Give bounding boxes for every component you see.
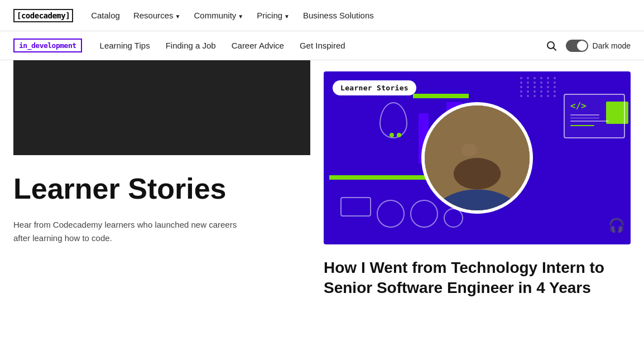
barcode-bar: [201, 60, 208, 155]
barcode-bar: [28, 60, 33, 155]
hero-card[interactable]: Learner Stories: [324, 71, 631, 244]
dot-1: [390, 133, 394, 137]
subnav-finding-job[interactable]: Finding a Job: [166, 41, 216, 50]
main-content: Learner Stories Hear from Codecademy lea…: [0, 60, 644, 310]
nav-business-solutions[interactable]: Business Solutions: [303, 11, 374, 20]
barcode-bar: [220, 60, 227, 155]
barcode-bar: [166, 60, 173, 155]
barcode-bar: [52, 60, 57, 155]
page-subtitle: Hear from Codecademy learners who launch…: [13, 218, 248, 245]
barcode-bar: [122, 60, 127, 155]
barcode-bar: [280, 60, 286, 155]
dot-2: [397, 133, 401, 137]
barcode-bar: [57, 60, 64, 155]
barcode-bar: [181, 60, 186, 155]
pricing-arrow: ▼: [284, 13, 290, 20]
barcode-bar: [259, 60, 266, 155]
barcode-bar: [17, 60, 23, 155]
sub-nav-right: Dark mode: [546, 40, 631, 52]
barcode-bar: [241, 60, 247, 155]
barcode-bar: [107, 60, 113, 155]
search-button[interactable]: [546, 40, 557, 51]
barcode-bar: [149, 60, 156, 155]
sub-nav-links: Learning Tips Finding a Job Career Advic…: [100, 41, 528, 50]
monitor-outline: </>: [564, 94, 625, 138]
resources-arrow: ▼: [175, 13, 181, 20]
logo-bracket-close: ]: [65, 11, 70, 20]
barcode-bar: [131, 60, 137, 155]
barcode-bar: [299, 60, 304, 155]
article-title[interactable]: How I Went from Technology Intern to Sen…: [324, 258, 631, 299]
barcode-bar: [304, 60, 310, 155]
headphones-icon: 🎧: [608, 218, 625, 233]
sub-navigation: in_development Learning Tips Finding a J…: [0, 31, 644, 60]
logo-text-academy: cademy: [39, 11, 66, 20]
green-bar-top: [413, 94, 469, 98]
logo-text-code: code: [21, 11, 39, 20]
nav-catalog[interactable]: Catalog: [91, 11, 120, 20]
svg-point-6: [462, 144, 477, 157]
top-navigation: [codecademy] Catalog Resources▼ Communit…: [0, 0, 644, 31]
barcode-bar: [270, 60, 275, 155]
code-line-4: [570, 125, 594, 126]
right-panel: Learner Stories: [324, 60, 644, 310]
monitor-screen: </>: [568, 98, 621, 128]
nav-resources[interactable]: Resources▼: [133, 11, 181, 20]
right-decorations: </> 🎧: [519, 71, 631, 244]
hero-badge: Learner Stories: [333, 80, 416, 95]
barcode-bar: [236, 60, 241, 155]
code-line-1: [570, 114, 599, 116]
person-face: [425, 105, 530, 210]
dark-mode-toggle[interactable]: Dark mode: [566, 40, 631, 52]
toggle-switch[interactable]: [566, 40, 588, 52]
nav-community[interactable]: Community▼: [194, 11, 243, 20]
barcode-bar: [186, 60, 193, 155]
dark-mode-label: Dark mode: [593, 41, 631, 50]
shape-dots: [390, 133, 401, 137]
barcode-bar: [88, 60, 95, 155]
code-line-2: [570, 118, 599, 119]
brand-tag[interactable]: in_development: [13, 39, 82, 52]
barcode-bar: [73, 60, 79, 155]
barcode-decoration: [13, 60, 310, 155]
search-icon: [546, 40, 557, 51]
person-svg: [425, 105, 530, 210]
svg-line-1: [553, 47, 556, 50]
nav-pricing[interactable]: Pricing▼: [257, 11, 290, 20]
logo-bracket: [: [17, 11, 21, 20]
subnav-career-advice[interactable]: Career Advice: [232, 41, 284, 50]
left-panel: Learner Stories Hear from Codecademy lea…: [0, 60, 324, 310]
logo[interactable]: [codecademy]: [13, 9, 73, 22]
community-arrow: ▼: [238, 13, 243, 20]
circle-shape-1: [377, 200, 405, 228]
subnav-learning-tips[interactable]: Learning Tips: [100, 41, 150, 50]
barcode-bar: [37, 60, 44, 155]
barcode-bar: [95, 60, 100, 155]
code-line-3: [570, 121, 609, 122]
barcode-bar: [156, 60, 161, 155]
top-nav-links: Catalog Resources▼ Community▼ Pricing▼ B…: [91, 11, 631, 20]
person-avatar: [421, 102, 533, 214]
barcode-bar: [212, 60, 217, 155]
svg-point-5: [454, 158, 501, 189]
rect-shape: [340, 197, 371, 217]
subnav-get-inspired[interactable]: Get Inspired: [300, 41, 345, 50]
page-title: Learner Stories: [13, 173, 310, 205]
